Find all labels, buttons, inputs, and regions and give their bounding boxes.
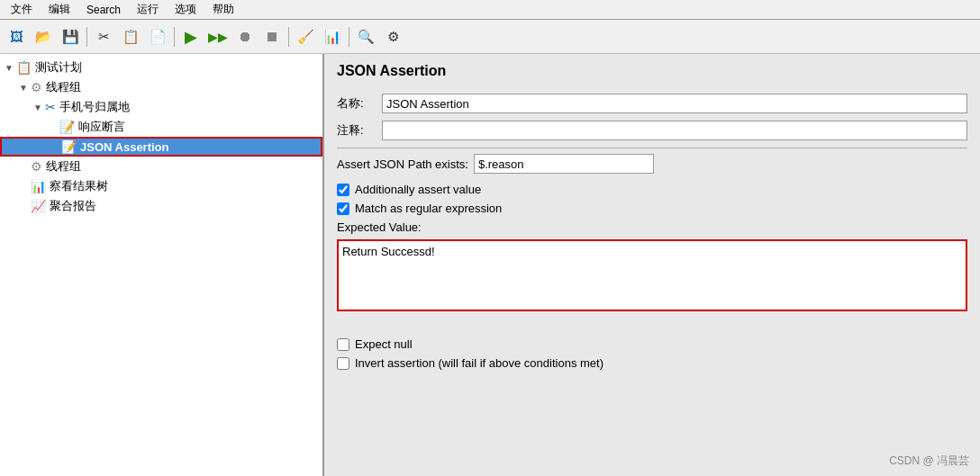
comment-row: 注释: [337, 121, 967, 140]
menu-bar: 文件 编辑 Search 运行 选项 帮助 [0, 0, 980, 20]
toolbar-sep-3 [288, 27, 289, 47]
stop-icon: ⏺ [238, 29, 252, 45]
tree-item-test-plan[interactable]: ▼ 📋 测试计划 [0, 58, 322, 77]
thread-group2-label: 线程组 [46, 158, 81, 175]
stop-button[interactable]: ⏺ [232, 24, 258, 49]
expand-arrow-test-plan: ▼ [4, 63, 14, 73]
view-results-icon: 📊 [31, 179, 46, 193]
search-toolbar-button[interactable]: 🔍 [353, 24, 378, 49]
name-label: 名称: [337, 95, 382, 112]
start-nopause-icon: ▶▶ [208, 30, 228, 44]
menu-file[interactable]: 文件 [4, 0, 40, 19]
invert-assertion-row: Invert assertion (will fail if above con… [337, 356, 967, 370]
match-regex-checkbox[interactable] [337, 202, 349, 215]
additionally-assert-checkbox[interactable] [337, 184, 349, 196]
json-assertion-icon: 📝 [61, 139, 77, 154]
watermark: CSDN @ 冯晨芸 [889, 454, 969, 469]
expect-null-row: Expect null [337, 337, 967, 351]
paste-icon: 📄 [150, 29, 167, 45]
copy-button[interactable]: 📋 [118, 24, 143, 49]
expect-null-checkbox[interactable] [337, 338, 349, 351]
phone-home-icon: ✂ [45, 100, 56, 114]
open-icon: 📂 [35, 29, 52, 45]
additionally-assert-row: Additionally assert value [337, 183, 967, 196]
additionally-assert-label[interactable]: Additionally assert value [355, 183, 481, 196]
paste-button[interactable]: 📄 [145, 24, 170, 49]
toolbar-sep-4 [349, 27, 349, 47]
view-results-label: 察看结果树 [50, 178, 108, 194]
assert-json-path-input[interactable] [474, 154, 654, 174]
toolbar-sep-2 [174, 27, 175, 47]
name-row: 名称: [337, 94, 967, 113]
new-button[interactable]: 🖼 [4, 24, 29, 49]
tree-item-json-assertion[interactable]: 📝 JSON Assertion [0, 137, 322, 157]
menu-search[interactable]: Search [79, 2, 128, 18]
assert-json-path-row: Assert JSON Path exists: [337, 154, 967, 174]
right-panel: JSON Assertion 名称: 注释: Assert JSON Path … [324, 54, 980, 476]
test-plan-label: 测试计划 [35, 59, 82, 76]
open-button[interactable]: 📂 [31, 24, 56, 49]
expect-null-label[interactable]: Expect null [355, 337, 413, 351]
expand-arrow-thread-group: ▼ [18, 83, 29, 93]
response-assertion-label: 响应断言 [78, 119, 125, 135]
cut-button[interactable]: ✂ [91, 24, 116, 49]
start-icon: ▶ [185, 27, 197, 47]
function-icon: ⚙ [387, 29, 399, 45]
save-icon: 💾 [62, 29, 79, 45]
search-icon: 🔍 [358, 29, 375, 45]
tree-item-view-results[interactable]: 📊 察看结果树 [0, 176, 322, 196]
thread-group-label: 线程组 [46, 79, 81, 95]
test-plan-icon: 📋 [16, 60, 32, 75]
aggregate-report-icon: 📈 [31, 199, 46, 213]
toolbar-sep-1 [86, 27, 87, 47]
comment-label: 注释: [337, 122, 382, 139]
log-icon: 📊 [324, 29, 341, 45]
spacer [337, 319, 967, 337]
match-regex-label[interactable]: Match as regular expression [355, 202, 502, 215]
left-panel: ▼ 📋 测试计划 ▼ ⚙ 线程组 ▼ ✂ 手机号归属地 📝 响应断言 📝 JSO… [0, 54, 324, 476]
phone-home-label: 手机号归属地 [59, 99, 130, 115]
start-nopause-button[interactable]: ▶▶ [205, 24, 231, 49]
expand-arrow-phone-home: ▼ [32, 103, 43, 112]
expected-value-label: Expected Value: [337, 220, 967, 234]
menu-edit[interactable]: 编辑 [41, 0, 77, 19]
expected-value-section: Expected Value: Return Successd! [337, 220, 967, 314]
thread-group-icon: ⚙ [31, 80, 42, 94]
log-button[interactable]: 📊 [320, 24, 345, 49]
tree-item-phone-home[interactable]: ▼ ✂ 手机号归属地 [0, 97, 322, 117]
tree-item-thread-group[interactable]: ▼ ⚙ 线程组 [0, 77, 322, 97]
name-input[interactable] [382, 94, 967, 113]
copy-icon: 📋 [122, 29, 140, 45]
aggregate-report-label: 聚合报告 [50, 198, 96, 214]
assert-json-path-label: Assert JSON Path exists: [337, 157, 468, 171]
match-regex-row: Match as regular expression [337, 202, 967, 215]
tree-item-response-assertion[interactable]: 📝 响应断言 [0, 117, 322, 137]
menu-help[interactable]: 帮助 [205, 0, 241, 19]
main-layout: ▼ 📋 测试计划 ▼ ⚙ 线程组 ▼ ✂ 手机号归属地 📝 响应断言 📝 JSO… [0, 54, 980, 476]
json-assertion-label: JSON Assertion [80, 140, 169, 154]
thread-group2-icon: ⚙ [31, 159, 42, 174]
start-button[interactable]: ▶ [178, 24, 204, 49]
response-assertion-icon: 📝 [59, 120, 75, 134]
invert-assertion-label[interactable]: Invert assertion (will fail if above con… [355, 356, 603, 370]
expected-value-textarea[interactable]: Return Successd! [337, 239, 967, 311]
cut-icon: ✂ [98, 29, 110, 45]
toolbar: 🖼 📂 💾 ✂ 📋 📄 ▶ ▶▶ ⏺ ⏹ 🧹 📊 🔍 ⚙ [0, 20, 980, 54]
clear-button[interactable]: 🧹 [293, 24, 318, 49]
function-button[interactable]: ⚙ [380, 24, 405, 49]
menu-run[interactable]: 运行 [130, 0, 166, 19]
invert-assertion-checkbox[interactable] [337, 357, 349, 370]
clear-icon: 🧹 [297, 29, 314, 45]
stop-now-icon: ⏹ [265, 29, 279, 45]
tree-item-aggregate-report[interactable]: 📈 聚合报告 [0, 196, 322, 216]
menu-options[interactable]: 选项 [168, 0, 204, 19]
new-icon: 🖼 [10, 29, 23, 44]
tree-item-thread-group2[interactable]: ⚙ 线程组 [0, 157, 322, 176]
stop-now-button[interactable]: ⏹ [259, 24, 285, 49]
panel-title: JSON Assertion [337, 63, 967, 83]
comment-input[interactable] [382, 121, 967, 140]
divider-1 [337, 148, 967, 148]
save-button[interactable]: 💾 [58, 24, 83, 49]
